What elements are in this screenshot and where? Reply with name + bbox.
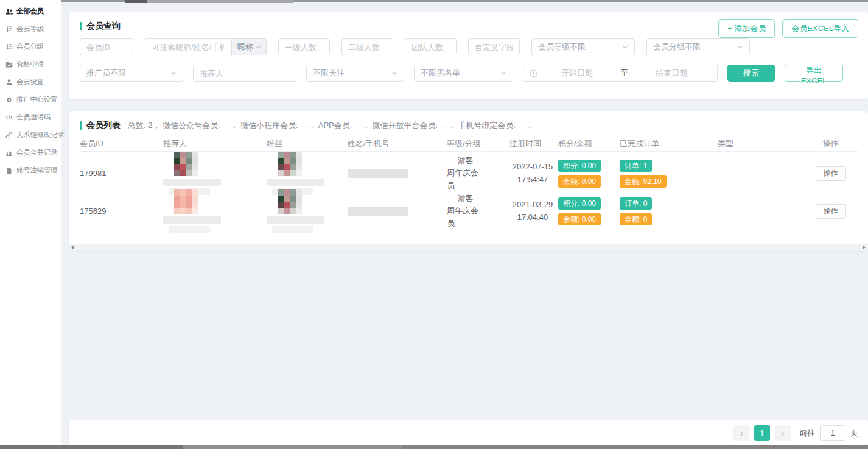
- reg-date: 2022-07-15: [509, 161, 556, 173]
- end-date-placeholder: 结束日期: [632, 68, 711, 79]
- fans-cell: [267, 189, 348, 233]
- sidebar-item-promotion-settings[interactable]: 推广中心设置: [0, 91, 61, 108]
- sidebar-item-label: 推广中心设置: [16, 95, 57, 104]
- sidebar-item-merge-log[interactable]: 会员合并记录: [0, 144, 61, 161]
- keyword-search-input[interactable]: [145, 38, 232, 55]
- horizontal-scrollbar[interactable]: [69, 244, 868, 251]
- sidebar-item-member-levels[interactable]: 会员等级: [0, 20, 61, 38]
- sidebar-item-label: 全部会员: [16, 7, 44, 16]
- sidebar-item-label: 资格申请: [16, 60, 44, 69]
- sidebar-item-qualification[interactable]: 资格申请: [0, 55, 61, 73]
- member-group-select[interactable]: 会员分组不限: [646, 38, 750, 55]
- sidebar-item-account-cancellation[interactable]: 账号注销管理: [0, 161, 61, 179]
- referrer-avatar: [174, 152, 198, 176]
- start-date-placeholder: 开始日期: [537, 68, 617, 79]
- level2-count-input[interactable]: [341, 38, 393, 55]
- row-action-button[interactable]: 操作: [816, 204, 846, 219]
- table-header: 会员ID 推荐人 粉丝 姓名/手机号 等级/分组 注册时间 积分/余额 已完成订…: [80, 136, 858, 152]
- page-unit-label: 页: [850, 428, 858, 439]
- sidebar-item-all-members[interactable]: 全部会员: [0, 2, 61, 20]
- team-count-input[interactable]: [405, 38, 457, 55]
- registration-time-cell: 2021-03-29 17:04:40: [509, 199, 556, 223]
- col-reg-time: 注册时间: [509, 138, 558, 149]
- page-1-button[interactable]: 1: [754, 425, 770, 441]
- chevron-down-icon: [170, 71, 177, 75]
- goto-page-input[interactable]: [820, 425, 845, 441]
- level-group-cell: 游客 周年庆会员: [447, 155, 509, 191]
- registration-time-cell: 2022-07-15 17:54:47: [509, 161, 556, 185]
- referrer-cell: [163, 152, 267, 195]
- scroll-right-arrow-icon[interactable]: [863, 245, 866, 250]
- pagination-bar: ‹ 1 › 前往 页: [69, 420, 868, 445]
- member-query-panel: 会员查询 + 添加会员 会员EXCEL导入 昵称 会员等级不限: [69, 12, 868, 99]
- prev-page-button[interactable]: ‹: [733, 425, 749, 441]
- member-group: 周年庆会员: [447, 167, 484, 191]
- chevron-down-icon: [256, 45, 261, 49]
- member-level-value: 会员等级不限: [538, 41, 586, 52]
- link-icon: [5, 132, 13, 139]
- title-accent-bar: [80, 22, 82, 30]
- col-completed-orders: 已完成订单: [620, 138, 718, 149]
- list-title-text: 会员列表: [86, 120, 121, 131]
- date-range-input[interactable]: 开始日期 至 结束日期: [523, 65, 718, 82]
- level-group-cell: 游客 周年庆会员: [447, 193, 509, 229]
- col-type: 类型: [718, 138, 803, 149]
- excel-import-button[interactable]: 会员EXCEL导入: [782, 19, 858, 38]
- member-level: 游客: [458, 193, 474, 205]
- member-level-select[interactable]: 会员等级不限: [531, 38, 635, 55]
- points-badge: 积分: 0.00: [558, 160, 601, 172]
- sidebar-item-relation-log[interactable]: 关系链修改记录: [0, 126, 61, 144]
- chevron-down-icon: [500, 71, 506, 75]
- next-page-button[interactable]: ›: [775, 425, 791, 441]
- referrer-input[interactable]: [193, 65, 296, 82]
- folder-check-icon: [5, 61, 13, 68]
- follow-select[interactable]: 不限关注: [306, 65, 404, 82]
- follow-value: 不限关注: [313, 68, 345, 79]
- blacklist-value: 不限黑名单: [421, 68, 460, 79]
- sidebar-item-label: 会员分组: [16, 42, 44, 51]
- date-separator: 至: [617, 68, 632, 79]
- member-id: 175629: [80, 207, 163, 216]
- sidebar: 全部会员 会员等级 会员分组 资格申请 会员设置 推广中心设置 会员邀请码 关系…: [0, 0, 61, 445]
- keyword-type-select[interactable]: 昵称: [232, 38, 267, 55]
- orders-cell: 订单: 0 金额: 0: [620, 197, 718, 225]
- sidebar-item-invite-code[interactable]: 会员邀请码: [0, 108, 61, 126]
- user-icon: [5, 79, 13, 86]
- redacted-nickname: [163, 216, 221, 224]
- users-icon: [5, 8, 13, 15]
- sidebar-item-label: 账号注销管理: [16, 166, 57, 175]
- blacklist-select[interactable]: 不限黑名单: [414, 65, 513, 82]
- promoter-select[interactable]: 推广员不限: [80, 65, 183, 82]
- orders-badge: 订单: 1: [620, 160, 652, 172]
- points-badge: 积分: 0.00: [558, 197, 601, 210]
- add-member-button[interactable]: + 添加会员: [718, 19, 775, 38]
- scroll-left-arrow-icon[interactable]: [71, 245, 74, 250]
- clock-icon: [530, 69, 537, 77]
- sidebar-item-member-groups[interactable]: 会员分组: [0, 38, 61, 55]
- chevron-down-icon: [391, 71, 397, 75]
- level1-count-input[interactable]: [278, 38, 330, 55]
- top-edge-strip: [61, 0, 868, 2]
- chevron-down-icon: [737, 45, 743, 49]
- col-name-phone: 姓名/手机号: [348, 138, 447, 149]
- row-action-button[interactable]: 操作: [816, 166, 846, 181]
- bar-chart-icon: [5, 149, 13, 157]
- fan-avatar: [278, 152, 302, 176]
- points-balance-cell: 积分: 0.00 余额: 0.00: [558, 197, 620, 225]
- query-title-text: 会员查询: [86, 21, 121, 32]
- bottom-scrollbar-strip[interactable]: [0, 445, 868, 449]
- sidebar-item-member-settings[interactable]: 会员设置: [0, 73, 61, 91]
- search-button[interactable]: 搜索: [727, 65, 775, 82]
- col-level-group: 等级/分组: [447, 138, 509, 149]
- custom-field-input[interactable]: [468, 38, 520, 55]
- member-id-input[interactable]: [80, 38, 133, 55]
- sidebar-item-label: 关系链修改记录: [16, 130, 64, 140]
- redacted-nickname: [169, 226, 210, 233]
- keyword-type-value: 昵称: [237, 41, 253, 52]
- amount-badge: 金额: 92.10: [620, 175, 667, 188]
- sort-alpha-icon: [5, 43, 13, 51]
- balance-badge: 余额: 0.00: [558, 213, 601, 225]
- member-id: 179981: [80, 169, 163, 178]
- export-excel-button[interactable]: 导出EXCEL: [785, 65, 843, 82]
- list-panel-title: 会员列表: [80, 120, 121, 131]
